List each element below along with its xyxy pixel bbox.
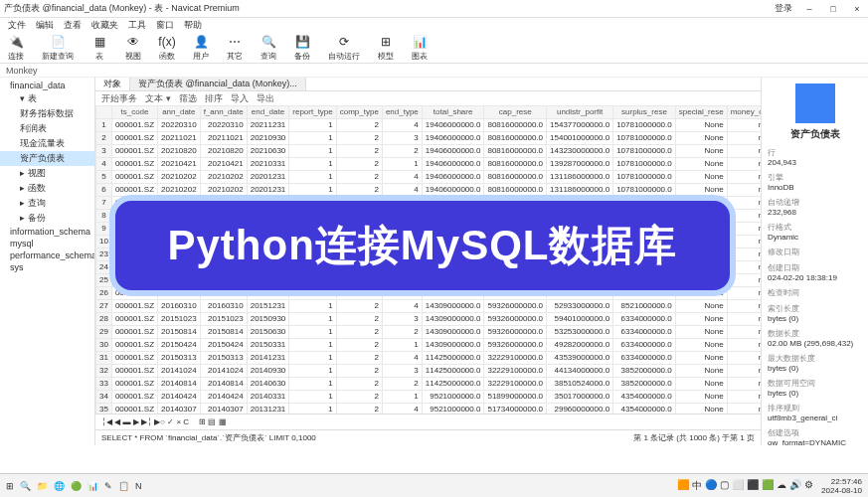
prop-key: 自动递增 bbox=[768, 197, 862, 208]
menu-工具[interactable]: 工具 bbox=[128, 19, 146, 32]
menu-文件[interactable]: 文件 bbox=[8, 19, 26, 32]
nav-sys[interactable]: sys bbox=[0, 261, 94, 273]
tool-模型[interactable]: ⊞模型 bbox=[378, 34, 394, 62]
table-row[interactable]: 32000001.SZ20141024201410242014093012311… bbox=[96, 365, 762, 378]
nav-现金流量表[interactable]: 现金流量表 bbox=[0, 136, 94, 151]
table-row[interactable]: 34000001.SZ20140424201404242014033112195… bbox=[96, 391, 762, 404]
col-undistr_porfit[interactable]: undistr_porfit bbox=[547, 106, 613, 119]
nav-▾ 表[interactable]: ▾ 表 bbox=[0, 91, 94, 106]
tray-icon[interactable]: ⬛ bbox=[747, 479, 759, 493]
action-开始事务[interactable]: 开始事务 bbox=[101, 92, 137, 105]
table-row[interactable]: 29000001.SZ20150814201508142015063012214… bbox=[96, 326, 762, 339]
nav-利润表[interactable]: 利润表 bbox=[0, 121, 94, 136]
table-row[interactable]: 2000001.SZ202110212021102120210930123194… bbox=[96, 132, 762, 145]
action-排序[interactable]: 排序 bbox=[205, 92, 223, 105]
menu-编辑[interactable]: 编辑 bbox=[36, 19, 54, 32]
nav-information_schema[interactable]: information_schema bbox=[0, 226, 94, 238]
action-文本 ▾[interactable]: 文本 ▾ bbox=[145, 92, 171, 105]
col-total_share[interactable]: total_share bbox=[422, 106, 484, 119]
tray-icon[interactable]: 中 bbox=[692, 479, 702, 493]
nav-财务指标数据[interactable]: 财务指标数据 bbox=[0, 106, 94, 121]
prop-val: ow_format=DYNAMIC bbox=[768, 438, 862, 445]
tray-icon[interactable]: 🔊 bbox=[789, 479, 801, 493]
taskbar-app[interactable]: 🟢 bbox=[71, 481, 82, 491]
taskbar-app[interactable]: ⊞ bbox=[6, 481, 14, 491]
tool-自动运行[interactable]: ⟳自动运行 bbox=[328, 34, 360, 62]
tray-icon[interactable]: ▢ bbox=[720, 479, 729, 493]
table-row[interactable]: 28000001.SZ20151023201510232015093012314… bbox=[96, 313, 762, 326]
taskbar-app[interactable]: 🔍 bbox=[20, 481, 31, 491]
nav-mysql[interactable]: mysql bbox=[0, 238, 94, 249]
table-row[interactable]: 1000001.SZ202203102022031020211231124194… bbox=[96, 119, 762, 132]
tool-新建查询[interactable]: 📄新建查询 bbox=[42, 34, 74, 62]
tool-其它[interactable]: ⋯其它 bbox=[227, 34, 243, 62]
taskbar-app[interactable]: N bbox=[135, 481, 142, 491]
tool-图表[interactable]: 📊图表 bbox=[412, 34, 428, 62]
col-ann_date[interactable]: ann_date bbox=[158, 106, 201, 119]
tray-icon[interactable]: ☁ bbox=[777, 479, 786, 493]
tab-0[interactable]: 对象 bbox=[95, 78, 130, 90]
table-row[interactable]: 30000001.SZ20150424201504242015033112114… bbox=[96, 339, 762, 352]
nav-▸ 函数[interactable]: ▸ 函数 bbox=[0, 181, 94, 196]
menu-窗口[interactable]: 窗口 bbox=[156, 19, 174, 32]
table-row[interactable]: 33000001.SZ20140814201408142014063012211… bbox=[96, 378, 762, 391]
tool-视图[interactable]: 👁视图 bbox=[125, 34, 141, 62]
table-row[interactable]: 5000001.SZ202102022021020220201231124194… bbox=[96, 171, 762, 184]
tray-icon[interactable]: 🟧 bbox=[677, 479, 689, 493]
col-cap_rese[interactable]: cap_rese bbox=[484, 106, 547, 119]
close-button[interactable]: × bbox=[850, 4, 864, 14]
menu-帮助[interactable]: 帮助 bbox=[184, 19, 202, 32]
col-ts_code[interactable]: ts_code bbox=[111, 106, 157, 119]
tray-icon[interactable]: ⚙ bbox=[804, 479, 813, 493]
col-end_date[interactable]: end_date bbox=[247, 106, 289, 119]
col-f_ann_date[interactable]: f_ann_date bbox=[200, 106, 247, 119]
col-comp_type[interactable]: comp_type bbox=[336, 106, 382, 119]
nav-▸ 视图[interactable]: ▸ 视图 bbox=[0, 166, 94, 181]
action-导出[interactable]: 导出 bbox=[257, 92, 274, 105]
tool-用户[interactable]: 👤用户 bbox=[193, 34, 209, 62]
menu-收藏夹[interactable]: 收藏夹 bbox=[91, 19, 118, 32]
tray-icon[interactable]: ⬜ bbox=[732, 479, 744, 493]
action-筛选[interactable]: 筛选 bbox=[179, 92, 197, 105]
nav-▸ 查询[interactable]: ▸ 查询 bbox=[0, 196, 94, 211]
nav-controls[interactable]: ╎◀ ◀ ▬ ▶ ▶╎ ▶○ ✓ × C bbox=[101, 417, 189, 426]
os-taskbar[interactable]: ⊞🔍📁🌐🟢📊✎📋N 🟧中🔵▢⬜⬛🟩☁🔊⚙ 22:57:46 2024-08-10 bbox=[0, 473, 868, 497]
tool-连接[interactable]: 🔌连接 bbox=[8, 34, 24, 62]
col-surplus_rese[interactable]: surplus_rese bbox=[613, 106, 676, 119]
prop-val: bytes (0) bbox=[768, 389, 862, 398]
taskbar-app[interactable]: 📊 bbox=[87, 481, 98, 491]
col-special_rese[interactable]: special_rese bbox=[675, 106, 727, 119]
nav-financial_data[interactable]: financial_data bbox=[0, 80, 94, 91]
tray-icon[interactable]: 🟩 bbox=[762, 479, 774, 493]
tool-函数[interactable]: f(x)函数 bbox=[159, 34, 175, 62]
table-row[interactable]: 3000001.SZ202108202021082020210630122194… bbox=[96, 145, 762, 158]
grid-modes[interactable]: ⊞ ▤ ▦ bbox=[199, 417, 226, 426]
maximize-button[interactable]: □ bbox=[826, 4, 840, 14]
tool-表[interactable]: ▦表 bbox=[91, 34, 107, 62]
table-row[interactable]: 31000001.SZ20150313201503132014123112411… bbox=[96, 352, 762, 365]
action-导入[interactable]: 导入 bbox=[231, 92, 249, 105]
tab-1[interactable]: 资产负债表 @financial_data (Monkey)... bbox=[130, 78, 306, 90]
login-link[interactable]: 登录 bbox=[775, 2, 792, 15]
taskbar-app[interactable]: 🌐 bbox=[54, 481, 65, 491]
col-[interactable] bbox=[96, 106, 112, 119]
col-money_cap[interactable]: money_cap bbox=[727, 106, 761, 119]
minimize-button[interactable]: – bbox=[802, 4, 816, 14]
taskbar-app[interactable]: 📁 bbox=[37, 481, 48, 491]
table-row[interactable]: 35000001.SZ20140307201403072013123112495… bbox=[96, 404, 762, 414]
taskbar-app[interactable]: 📋 bbox=[118, 481, 129, 491]
taskbar-app[interactable]: ✎ bbox=[104, 481, 112, 491]
tool-查询[interactable]: 🔍查询 bbox=[260, 34, 276, 62]
col-end_type[interactable]: end_type bbox=[382, 106, 422, 119]
table-row[interactable]: 27000001.SZ20160310201603102015123112414… bbox=[96, 300, 762, 313]
nav-资产负债表[interactable]: 资产负债表 bbox=[0, 151, 94, 166]
tool-备份[interactable]: 💾备份 bbox=[294, 34, 310, 62]
menu-查看[interactable]: 查看 bbox=[64, 19, 82, 32]
clock-time: 22:57:46 bbox=[821, 477, 862, 486]
tray-icon[interactable]: 🔵 bbox=[705, 479, 717, 493]
nav-performance_schema[interactable]: performance_schema bbox=[0, 249, 94, 261]
prop-key: 创建选项 bbox=[768, 427, 862, 438]
col-report_type[interactable]: report_type bbox=[289, 106, 336, 119]
nav-▸ 备份[interactable]: ▸ 备份 bbox=[0, 211, 94, 226]
table-row[interactable]: 4000001.SZ202104212021042120210331121194… bbox=[96, 158, 762, 171]
